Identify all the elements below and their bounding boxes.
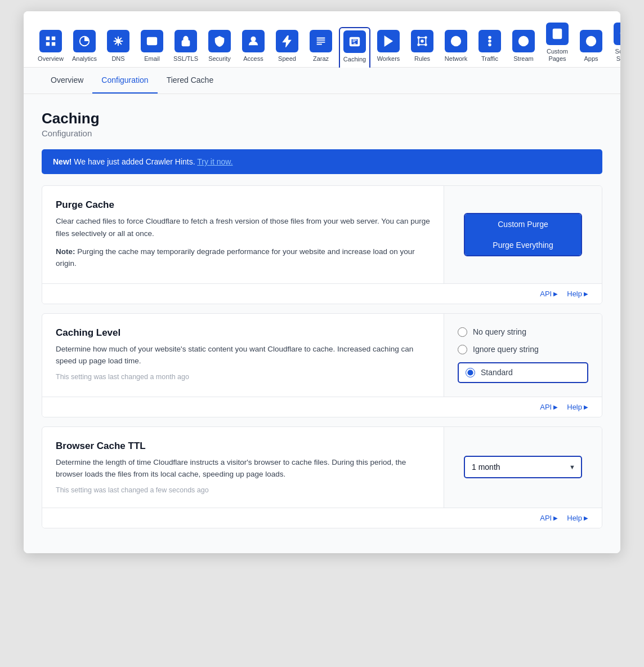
purge-cache-title: Purge Cache [56, 199, 430, 211]
nav-item-network[interactable]: Network [440, 28, 472, 67]
announcement-banner: New! We have just added Crawler Hints. T… [42, 149, 602, 174]
caching-level-left: Caching Level Determine how much of your… [42, 314, 444, 397]
nav-item-analytics[interactable]: Analytics [69, 28, 100, 67]
radio-no-query[interactable]: No query string [458, 327, 588, 337]
main-window: Overview Analytics DNS Email SSL/TLS [24, 11, 620, 553]
purge-cache-body: Purge Cache Clear cached files to force … [42, 186, 602, 283]
nav-icons: Overview Analytics DNS Email SSL/TLS [35, 20, 609, 67]
purge-cache-desc: Clear cached files to force Cloudflare t… [56, 215, 430, 239]
sub-nav-tiered-cache[interactable]: Tiered Cache [158, 68, 223, 94]
purge-cache-api-link[interactable]: API [540, 290, 558, 298]
nav-bar: Overview Analytics DNS Email SSL/TLS [24, 11, 620, 68]
nav-item-security[interactable]: Security [204, 28, 235, 67]
purge-cache-footer: API Help [42, 283, 602, 304]
note-label: Note: [56, 247, 75, 256]
radio-no-query-input[interactable] [458, 327, 467, 337]
banner-prefix: New! [53, 157, 71, 166]
nav-item-ssl[interactable]: SSL/TLS [170, 28, 202, 67]
caching-level-desc: Determine how much of your website's sta… [56, 343, 430, 367]
nav-label-dns: DNS [111, 55, 124, 63]
radio-standard-label: Standard [481, 368, 513, 377]
purge-cache-help-link[interactable]: Help [567, 290, 588, 298]
nav-label-speed: Speed [278, 55, 296, 63]
nav-label-traffic: Traffic [481, 55, 498, 63]
svg-point-5 [117, 39, 120, 43]
svg-rect-7 [182, 41, 190, 46]
nav-label-overview: Overview [38, 55, 64, 63]
nav-label-scrape-shield: Scrape Shield [612, 48, 620, 63]
nav-item-stream[interactable]: Stream [508, 28, 539, 67]
radio-ignore-query-input[interactable] [458, 345, 467, 354]
page-title: Caching [42, 110, 602, 127]
caching-level-body: Caching Level Determine how much of your… [42, 314, 602, 397]
page-content: Caching Configuration New! We have just … [24, 94, 620, 553]
banner-link[interactable]: Try it now. [197, 157, 232, 166]
sub-nav-configuration[interactable]: Configuration [92, 68, 157, 94]
nav-item-caching[interactable]: Caching [339, 27, 370, 68]
nav-label-stream: Stream [513, 55, 533, 63]
nav-label-access: Access [243, 55, 263, 63]
nav-item-speed[interactable]: Speed [271, 28, 303, 67]
browser-cache-card: Browser Cache TTL Determine the length o… [42, 426, 602, 528]
radio-no-query-label: No query string [473, 327, 526, 336]
svg-rect-2 [46, 42, 50, 46]
banner-text: We have just added Crawler Hints. [71, 157, 197, 166]
nav-label-email: Email [144, 55, 160, 63]
svg-rect-0 [46, 37, 50, 40]
purge-button-group: Custom Purge Purge Everything [464, 213, 582, 256]
nav-item-dns[interactable]: DNS [102, 28, 134, 67]
radio-ignore-query[interactable]: Ignore query string [458, 345, 588, 354]
nav-item-access[interactable]: Access [238, 28, 269, 67]
sub-nav-overview[interactable]: Overview [42, 68, 92, 94]
sub-nav: Overview Configuration Tiered Cache [24, 68, 620, 94]
purge-cache-right: Custom Purge Purge Everything [444, 186, 602, 283]
svg-point-18 [425, 37, 427, 38]
nav-item-apps[interactable]: Apps [575, 28, 607, 67]
caching-level-help-link[interactable]: Help [567, 403, 588, 411]
caching-level-api-link[interactable]: API [540, 403, 558, 411]
browser-cache-left: Browser Cache TTL Determine the length o… [42, 427, 444, 508]
browser-cache-ttl-select[interactable]: 30 minutes 1 hour 2 hours 4 hours 8 hour… [464, 456, 582, 478]
radio-standard[interactable]: Standard [458, 362, 588, 383]
svg-point-23 [489, 40, 491, 42]
caching-level-hint: This setting was last changed a month ag… [56, 373, 430, 381]
nav-item-overview[interactable]: Overview [35, 28, 66, 67]
purge-cache-left: Purge Cache Clear cached files to force … [42, 186, 444, 283]
nav-item-zaraz[interactable]: Zaraz [305, 28, 337, 67]
nav-item-scrape-shield[interactable]: Scrape Shield [609, 20, 620, 67]
browser-cache-title: Browser Cache TTL [56, 441, 430, 452]
nav-item-rules[interactable]: Rules [406, 28, 438, 67]
nav-item-email[interactable]: Email [136, 28, 168, 67]
nav-item-custom-pages[interactable]: Custom Pages [542, 20, 573, 67]
svg-point-8 [251, 37, 255, 41]
browser-cache-help-link[interactable]: Help [567, 514, 588, 522]
purge-cache-note: Note: Purging the cache may temporarily … [56, 246, 430, 270]
browser-cache-footer: API Help [42, 508, 602, 528]
nav-label-workers: Workers [377, 55, 400, 63]
svg-marker-15 [385, 37, 392, 46]
browser-cache-desc: Determine the length of time Cloudflare … [56, 456, 430, 481]
nav-item-traffic[interactable]: Traffic [474, 28, 506, 67]
radio-standard-input[interactable] [466, 368, 475, 377]
caching-level-title: Caching Level [56, 327, 430, 339]
custom-purge-button[interactable]: Custom Purge [465, 214, 581, 235]
browser-cache-api-link[interactable]: API [540, 514, 558, 522]
nav-label-network: Network [445, 55, 467, 63]
svg-point-20 [425, 44, 427, 46]
browser-cache-hint: This setting was last changed a few seco… [56, 486, 430, 494]
svg-rect-3 [52, 42, 55, 46]
radio-ignore-query-label: Ignore query string [473, 345, 539, 354]
browser-cache-ttl-select-wrapper: 30 minutes 1 hour 2 hours 4 hours 8 hour… [464, 456, 582, 478]
svg-point-16 [421, 40, 423, 42]
nav-label-caching: Caching [343, 56, 366, 63]
svg-point-24 [489, 44, 491, 46]
nav-item-workers[interactable]: Workers [373, 28, 404, 67]
page-subtitle: Configuration [42, 128, 602, 138]
nav-label-ssl: SSL/TLS [173, 55, 198, 63]
svg-point-19 [418, 44, 419, 46]
caching-level-options: No query string Ignore query string Stan… [458, 327, 588, 383]
nav-label-security: Security [208, 55, 231, 63]
svg-point-17 [418, 37, 419, 38]
purge-everything-button[interactable]: Purge Everything [465, 235, 581, 255]
nav-label-analytics: Analytics [72, 55, 97, 63]
